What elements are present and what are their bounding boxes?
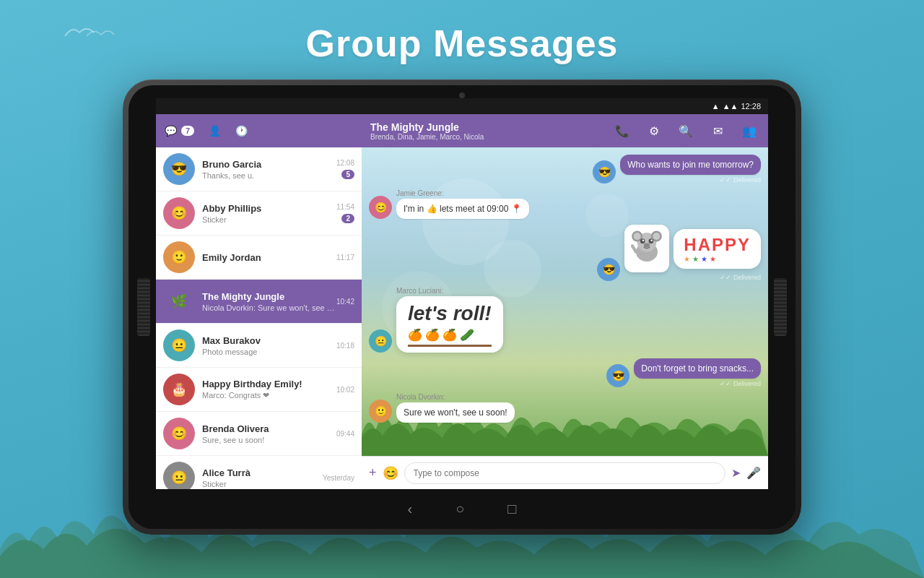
message-row: Who wants to join me tomorrow? ✓✓ Delive… [369, 155, 761, 184]
status-icons: ▲ ▲▲ 12:28 [712, 102, 761, 111]
bubble: Who wants to join me tomorrow? [620, 155, 761, 175]
bubble: Don't forget to bring snacks... [634, 358, 761, 379]
chat-content: The Mighty Jungle Nicola Dvorkin: Sure w… [202, 291, 336, 312]
search-button[interactable]: 🔍 [676, 121, 696, 141]
message-input[interactable] [404, 462, 725, 484]
time-display: 12:28 [741, 102, 761, 111]
unread-count: 2 [341, 214, 354, 223]
chat-name: Bruno Garcia [202, 159, 336, 170]
messages-container: Who wants to join me tomorrow? ✓✓ Delive… [362, 147, 768, 456]
sticker-bubble: HAPPY ★ ★ ★ ★ [624, 225, 761, 281]
fruit-emoji-2: 🍊 [425, 328, 440, 342]
recent-tab[interactable]: 🕐 [235, 125, 248, 137]
svg-point-9 [651, 240, 653, 242]
sender-name: Jamie Greene: [396, 189, 529, 197]
profile-tab[interactable]: 👤 [209, 125, 221, 137]
chat-list: 😎 Bruno Garcia Thanks, see u. 12:08 5 😊 … [156, 147, 362, 489]
chat-preview: Photo message [202, 348, 336, 356]
chat-meta: 10:02 [336, 386, 354, 394]
chat-list-item[interactable]: 😐 Alice Turrà Sticker Yesterday [156, 456, 362, 489]
happy-sticker: HAPPY ★ ★ ★ ★ [674, 229, 761, 269]
back-button[interactable]: ‹ [408, 501, 413, 517]
chat-meta: 11:54 2 [336, 203, 354, 223]
sender-name: Nicola Dvorkin: [396, 393, 515, 401]
message-row: HAPPY ★ ★ ★ ★ [369, 225, 761, 281]
chat-avatar: 😊 [163, 418, 195, 449]
chat-tab[interactable]: 💬 7 [165, 125, 194, 137]
chat-avatar: 😐 [163, 462, 195, 489]
chat-content: Emily Jordan [202, 252, 336, 263]
message-bubble: Jamie Greene: I'm in 👍 lets meet at 09:0… [396, 189, 529, 219]
svg-line-11 [632, 246, 636, 251]
send-button[interactable]: ➤ [731, 466, 741, 480]
sender-avatar: 😎 [606, 364, 629, 387]
message-row: 😊 Jamie Greene: I'm in 👍 lets meet at 09… [369, 189, 761, 219]
chat-panel: The Mighty Jungle Brenda, Dina, Jamie, M… [362, 114, 768, 489]
chat-meta: 09:44 [336, 430, 354, 438]
chat-list-item[interactable]: 😎 Bruno Garcia Thanks, see u. 12:08 5 [156, 147, 362, 191]
sender-name: Marco Luciani: [396, 287, 503, 295]
chat-list-item[interactable]: 🎂 Happy Birthday Emily! Marco: Congrats … [156, 368, 362, 412]
settings-button[interactable]: ⚙ [644, 121, 664, 141]
tablet-frame: ▲ ▲▲ 12:28 💬 7 👤 🕐 [123, 79, 801, 535]
sticker-button[interactable]: 😊 [383, 465, 398, 481]
chat-list-item[interactable]: 😊 Abby Phillips Sticker 11:54 2 [156, 191, 362, 236]
app-screen: ▲ ▲▲ 12:28 💬 7 👤 🕐 [156, 98, 768, 489]
chat-time: 10:42 [336, 298, 354, 306]
chat-content: Max Burakov Photo message [202, 335, 336, 356]
bubble: I'm in 👍 lets meet at 09:00 📍 [396, 199, 529, 219]
message-row: 😐 Marco Luciani: let's roll! 🍊 🍊 [369, 287, 761, 353]
message-row: 🙂 Nicola Dvorkin: Sure we won't, see u s… [369, 393, 761, 423]
chat-avatar: 🙂 [163, 241, 195, 273]
lets-roll-text: let's roll! [408, 302, 492, 325]
chat-list-item[interactable]: 🌿 The Mighty Jungle Nicola Dvorkin: Sure… [156, 280, 362, 324]
chat-meta: 10:18 [336, 342, 354, 350]
chat-time: 10:02 [336, 386, 354, 394]
android-nav-bar: ‹ ○ □ [128, 489, 796, 529]
message-status: ✓✓ Delivered [624, 274, 761, 281]
bubble: Sure we won't, see u soon! [396, 402, 515, 423]
profile-icon: 👤 [209, 125, 221, 137]
chat-list-item[interactable]: 😐 Max Burakov Photo message 10:18 [156, 324, 362, 368]
recents-button[interactable]: □ [507, 501, 516, 517]
chat-list-item[interactable]: 😊 Brenda Olivera Sure, see u soon! 09:44 [156, 412, 362, 456]
svg-point-5 [653, 233, 661, 240]
message-status: ✓✓ Delivered [620, 176, 761, 184]
fruit-emoji-1: 🍊 [408, 328, 422, 342]
mic-button[interactable]: 🎤 [746, 466, 761, 480]
chat-content: Brenda Olivera Sure, see u soon! [202, 423, 336, 444]
clock-icon: 🕐 [235, 125, 248, 137]
message-text: I'm in 👍 lets meet at 09:00 [404, 204, 508, 214]
chat-content: Bruno Garcia Thanks, see u. [202, 159, 336, 180]
chat-icon: 💬 [165, 125, 177, 137]
chat-list-panel: 💬 7 👤 🕐 😎 Bruno Garcia [156, 114, 362, 489]
message-bubble: Don't forget to bring snacks... ✓✓ Deliv… [634, 358, 761, 387]
sticker-bubble: Marco Luciani: let's roll! 🍊 🍊 🍊 🥒 [396, 287, 503, 353]
add-member-button[interactable]: 👥 [739, 121, 759, 141]
home-button[interactable]: ○ [456, 501, 464, 517]
chat-preview: Thanks, see u. [202, 171, 336, 180]
chat-meta: 12:08 5 [336, 159, 354, 179]
chat-name: Happy Birthday Emily! [202, 379, 336, 389]
svg-point-10 [644, 243, 650, 248]
chat-avatar: 🎂 [163, 374, 195, 405]
call-button[interactable]: 📞 [612, 121, 632, 141]
add-button[interactable]: + [369, 465, 377, 480]
chat-time: 11:17 [336, 254, 354, 262]
chat-list-item[interactable]: 🙂 Emily Jordan 11:17 [156, 236, 362, 280]
happy-text: HAPPY [684, 235, 751, 255]
sender-avatar: 😊 [369, 196, 392, 219]
group-name: The Mighty Jungle [370, 121, 601, 133]
chat-name: Max Burakov [202, 335, 336, 346]
speaker-right [774, 278, 787, 336]
chat-time: 11:54 [336, 203, 354, 211]
fruit-emoji-3: 🍊 [443, 328, 457, 342]
chat-meta: 11:17 [336, 254, 354, 262]
input-bar: + 😊 ➤ 🎤 [362, 456, 768, 489]
chat-time: 10:18 [336, 342, 354, 350]
new-message-button[interactable]: ✉ [707, 121, 728, 141]
unread-badge: 7 [181, 126, 194, 136]
message-row: Don't forget to bring snacks... ✓✓ Deliv… [369, 358, 761, 387]
message-bubble: Who wants to join me tomorrow? ✓✓ Delive… [620, 155, 761, 184]
chat-name: Alice Turrà [202, 467, 323, 478]
